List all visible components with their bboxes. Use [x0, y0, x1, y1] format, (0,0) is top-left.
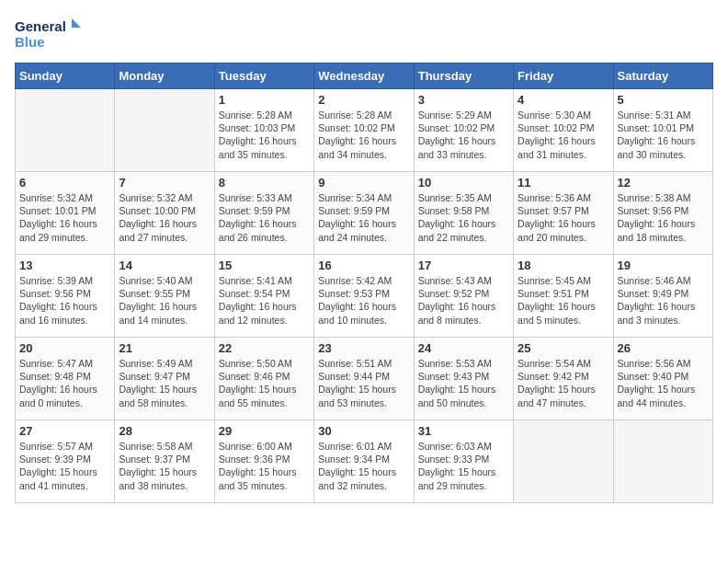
day-number: 25 [518, 341, 609, 355]
day-number: 23 [318, 341, 409, 355]
day-number: 21 [119, 341, 210, 355]
day-number: 11 [518, 176, 609, 190]
calendar-week-5: 27Sunrise: 5:57 AM Sunset: 9:39 PM Dayli… [16, 420, 713, 503]
day-info: Sunrise: 6:01 AM Sunset: 9:34 PM Dayligh… [318, 440, 409, 492]
calendar-cell: 29Sunrise: 6:00 AM Sunset: 9:36 PM Dayli… [214, 420, 313, 503]
day-number: 5 [618, 93, 709, 107]
calendar-cell: 11Sunrise: 5:36 AM Sunset: 9:57 PM Dayli… [514, 172, 613, 255]
day-number: 28 [119, 424, 210, 438]
calendar-cell [16, 89, 115, 172]
day-info: Sunrise: 5:51 AM Sunset: 9:44 PM Dayligh… [318, 357, 409, 409]
day-number: 4 [518, 93, 609, 107]
calendar-cell: 7Sunrise: 5:32 AM Sunset: 10:00 PM Dayli… [115, 172, 214, 255]
calendar-cell [115, 89, 214, 172]
day-info: Sunrise: 5:46 AM Sunset: 9:49 PM Dayligh… [618, 274, 709, 327]
day-info: Sunrise: 5:32 AM Sunset: 10:01 PM Daylig… [19, 191, 110, 244]
calendar-cell: 31Sunrise: 6:03 AM Sunset: 9:33 PM Dayli… [414, 420, 513, 503]
calendar-week-4: 20Sunrise: 5:47 AM Sunset: 9:48 PM Dayli… [16, 338, 713, 420]
logo-svg: General Blue [15, 15, 88, 55]
day-number: 9 [318, 176, 409, 190]
day-number: 7 [119, 176, 210, 190]
calendar-cell [613, 420, 712, 503]
day-info: Sunrise: 5:28 AM Sunset: 10:02 PM Daylig… [318, 109, 409, 161]
svg-text:General: General [15, 18, 66, 34]
day-info: Sunrise: 5:32 AM Sunset: 10:00 PM Daylig… [119, 191, 210, 244]
day-number: 15 [219, 259, 310, 272]
day-number: 17 [418, 259, 509, 272]
day-info: Sunrise: 5:53 AM Sunset: 9:43 PM Dayligh… [418, 357, 509, 409]
day-number: 19 [618, 259, 709, 272]
calendar-table: SundayMondayTuesdayWednesdayThursdayFrid… [15, 63, 713, 503]
day-info: Sunrise: 5:30 AM Sunset: 10:02 PM Daylig… [518, 109, 609, 161]
day-number: 6 [19, 176, 110, 190]
day-number: 8 [219, 176, 310, 190]
day-info: Sunrise: 5:57 AM Sunset: 9:39 PM Dayligh… [19, 440, 110, 492]
calendar-week-3: 13Sunrise: 5:39 AM Sunset: 9:56 PM Dayli… [16, 255, 713, 338]
calendar-cell: 24Sunrise: 5:53 AM Sunset: 9:43 PM Dayli… [414, 338, 513, 420]
day-info: Sunrise: 5:40 AM Sunset: 9:55 PM Dayligh… [119, 274, 210, 327]
day-info: Sunrise: 5:34 AM Sunset: 9:59 PM Dayligh… [318, 191, 409, 244]
page-header: General Blue [15, 15, 713, 55]
day-info: Sunrise: 5:43 AM Sunset: 9:52 PM Dayligh… [418, 274, 509, 327]
logo: General Blue [15, 15, 88, 55]
day-number: 3 [418, 93, 509, 107]
day-info: Sunrise: 5:38 AM Sunset: 9:56 PM Dayligh… [618, 191, 709, 244]
calendar-cell [514, 420, 613, 503]
calendar-cell: 26Sunrise: 5:56 AM Sunset: 9:40 PM Dayli… [613, 338, 712, 420]
calendar-week-1: 1Sunrise: 5:28 AM Sunset: 10:03 PM Dayli… [16, 89, 713, 172]
day-info: Sunrise: 5:33 AM Sunset: 9:59 PM Dayligh… [219, 191, 310, 244]
day-number: 31 [418, 424, 509, 438]
day-info: Sunrise: 5:58 AM Sunset: 9:37 PM Dayligh… [119, 440, 210, 492]
calendar-cell: 3Sunrise: 5:29 AM Sunset: 10:02 PM Dayli… [414, 89, 513, 172]
calendar-cell: 10Sunrise: 5:35 AM Sunset: 9:58 PM Dayli… [414, 172, 513, 255]
day-number: 24 [418, 341, 509, 355]
day-info: Sunrise: 5:45 AM Sunset: 9:51 PM Dayligh… [518, 274, 609, 327]
calendar-cell: 22Sunrise: 5:50 AM Sunset: 9:46 PM Dayli… [214, 338, 313, 420]
day-number: 18 [518, 259, 609, 272]
calendar-cell: 30Sunrise: 6:01 AM Sunset: 9:34 PM Dayli… [314, 420, 414, 503]
day-info: Sunrise: 5:56 AM Sunset: 9:40 PM Dayligh… [618, 357, 709, 409]
day-number: 22 [219, 341, 310, 355]
day-number: 16 [318, 259, 409, 272]
calendar-cell: 6Sunrise: 5:32 AM Sunset: 10:01 PM Dayli… [16, 172, 115, 255]
day-info: Sunrise: 5:42 AM Sunset: 9:53 PM Dayligh… [318, 274, 409, 327]
day-number: 10 [418, 176, 509, 190]
calendar-cell: 28Sunrise: 5:58 AM Sunset: 9:37 PM Dayli… [115, 420, 214, 503]
calendar-cell: 21Sunrise: 5:49 AM Sunset: 9:47 PM Dayli… [115, 338, 214, 420]
calendar-cell: 20Sunrise: 5:47 AM Sunset: 9:48 PM Dayli… [16, 338, 115, 420]
calendar-cell: 17Sunrise: 5:43 AM Sunset: 9:52 PM Dayli… [414, 255, 513, 338]
day-info: Sunrise: 5:54 AM Sunset: 9:42 PM Dayligh… [518, 357, 609, 409]
svg-text:Blue: Blue [15, 34, 45, 50]
day-number: 12 [618, 176, 709, 190]
day-info: Sunrise: 5:31 AM Sunset: 10:01 PM Daylig… [618, 109, 709, 161]
day-number: 1 [219, 93, 310, 107]
svg-marker-2 [72, 18, 81, 28]
calendar-cell: 15Sunrise: 5:41 AM Sunset: 9:54 PM Dayli… [214, 255, 313, 338]
day-number: 29 [219, 424, 310, 438]
day-info: Sunrise: 5:29 AM Sunset: 10:02 PM Daylig… [418, 109, 509, 161]
calendar-cell: 9Sunrise: 5:34 AM Sunset: 9:59 PM Daylig… [314, 172, 414, 255]
weekday-header-friday: Friday [514, 63, 613, 89]
calendar-cell: 23Sunrise: 5:51 AM Sunset: 9:44 PM Dayli… [314, 338, 414, 420]
calendar-cell: 18Sunrise: 5:45 AM Sunset: 9:51 PM Dayli… [514, 255, 613, 338]
calendar-cell: 13Sunrise: 5:39 AM Sunset: 9:56 PM Dayli… [16, 255, 115, 338]
weekday-header-thursday: Thursday [414, 63, 513, 89]
weekday-header-monday: Monday [115, 63, 214, 89]
day-info: Sunrise: 5:28 AM Sunset: 10:03 PM Daylig… [219, 109, 310, 161]
day-number: 2 [318, 93, 409, 107]
day-info: Sunrise: 6:03 AM Sunset: 9:33 PM Dayligh… [418, 440, 509, 492]
day-info: Sunrise: 5:35 AM Sunset: 9:58 PM Dayligh… [418, 191, 509, 244]
calendar-cell: 1Sunrise: 5:28 AM Sunset: 10:03 PM Dayli… [214, 89, 313, 172]
day-number: 13 [19, 259, 110, 272]
calendar-cell: 14Sunrise: 5:40 AM Sunset: 9:55 PM Dayli… [115, 255, 214, 338]
day-info: Sunrise: 5:49 AM Sunset: 9:47 PM Dayligh… [119, 357, 210, 409]
weekday-header-sunday: Sunday [16, 63, 115, 89]
calendar-cell: 2Sunrise: 5:28 AM Sunset: 10:02 PM Dayli… [314, 89, 414, 172]
calendar-week-2: 6Sunrise: 5:32 AM Sunset: 10:01 PM Dayli… [16, 172, 713, 255]
day-number: 27 [19, 424, 110, 438]
day-number: 14 [119, 259, 210, 272]
day-number: 26 [618, 341, 709, 355]
day-info: Sunrise: 5:50 AM Sunset: 9:46 PM Dayligh… [219, 357, 310, 409]
day-info: Sunrise: 6:00 AM Sunset: 9:36 PM Dayligh… [219, 440, 310, 492]
calendar-cell: 12Sunrise: 5:38 AM Sunset: 9:56 PM Dayli… [613, 172, 712, 255]
